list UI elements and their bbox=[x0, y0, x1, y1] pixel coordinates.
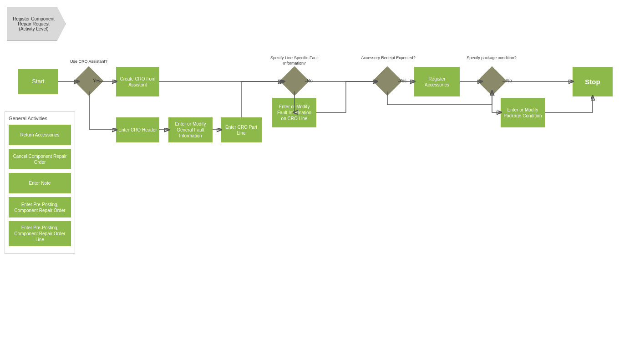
sidebar-item-enter-note[interactable]: Enter Note bbox=[9, 173, 71, 193]
arrows-svg bbox=[0, 0, 619, 364]
diamond-specify-line-fault-label: Specify Line-Specific Fault Information? bbox=[265, 56, 324, 66]
diamond-accessory-receipt-label: Accessory Receipt Expected? bbox=[361, 56, 416, 61]
enter-modify-package-condition-box[interactable]: Enter or Modify Package Condition bbox=[501, 98, 545, 127]
diamond-specify-package-label: Specify package condition? bbox=[464, 56, 519, 61]
create-cro-box[interactable]: Create CRO from Assistant bbox=[116, 67, 159, 96]
enter-cro-header-box[interactable]: Enter CRO Header bbox=[116, 117, 159, 142]
arrow-label-yes-1: Yes bbox=[93, 78, 100, 83]
sidebar: General Activities Return Accessories Ca… bbox=[5, 111, 75, 254]
diamond-specify-line-fault bbox=[279, 66, 309, 96]
diamond-accessory-receipt bbox=[372, 66, 402, 96]
arrow-label-no-2: No bbox=[506, 78, 512, 83]
register-accessories-box[interactable]: Register Accessories bbox=[414, 67, 460, 96]
sidebar-item-cancel-cro[interactable]: Cancel Component Repair Order bbox=[9, 149, 71, 169]
diagram-container: Register Component Repair Request (Activ… bbox=[0, 0, 619, 364]
sidebar-title: General Activities bbox=[9, 116, 71, 121]
header-title: Register Component Repair Request (Activ… bbox=[11, 16, 56, 31]
stop-box[interactable]: Stop bbox=[573, 67, 613, 96]
diamond-specify-package bbox=[477, 66, 507, 96]
enter-cro-part-line-box[interactable]: Enter CRO Part Line bbox=[221, 117, 262, 142]
enter-modify-fault-cro-line-box[interactable]: Enter or Modify Fault Information on CRO… bbox=[272, 98, 316, 127]
header-shape: Register Component Repair Request (Activ… bbox=[7, 7, 66, 41]
arrow-label-yes-2: Yes bbox=[399, 78, 406, 83]
sidebar-item-return-accessories[interactable]: Return Accessories bbox=[9, 125, 71, 145]
sidebar-item-enter-pre-posting-cro[interactable]: Enter Pre-Posting, Component Repair Orde… bbox=[9, 197, 71, 217]
start-box[interactable]: Start bbox=[18, 69, 58, 94]
arrow-label-no-1: No bbox=[307, 78, 313, 83]
diamond-use-cro-assistant-label: Use CRO Assistant? bbox=[59, 59, 118, 65]
enter-modify-general-fault-box[interactable]: Enter or Modify General Fault Informatio… bbox=[168, 117, 213, 142]
sidebar-item-enter-pre-posting-cro-line[interactable]: Enter Pre-Posting, Component Repair Orde… bbox=[9, 221, 71, 246]
